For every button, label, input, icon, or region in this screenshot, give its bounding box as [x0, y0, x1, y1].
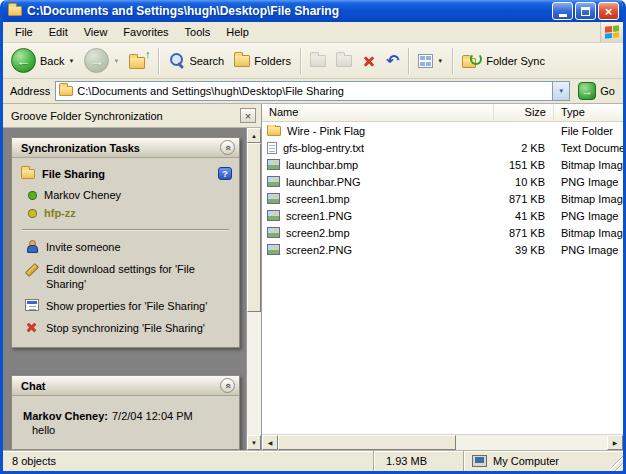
file-name[interactable]: Wire - Pink Flag: [287, 125, 365, 137]
column-header-type[interactable]: Type: [554, 104, 626, 122]
move-to-icon: [310, 55, 326, 67]
task-action-stop[interactable]: Stop synchronizing 'File Sharing': [12, 317, 239, 339]
scrollbar-thumb[interactable]: [247, 143, 261, 312]
folder-sync-label: Folder Sync: [486, 55, 545, 67]
task-action-label: Stop synchronizing 'File Sharing': [46, 321, 231, 335]
file-list-header: Name Size Type: [262, 104, 623, 122]
scroll-left-button[interactable]: ◀: [262, 435, 278, 450]
task-action-label: Show properties for 'File Sharing': [46, 299, 231, 313]
windows-logo-icon: [600, 22, 623, 42]
address-bar: Address C:\Documents and Settings\hugh\D…: [3, 79, 623, 104]
file-type: File Folder: [554, 125, 623, 137]
scroll-down-button[interactable]: ▼: [247, 435, 261, 450]
menu-tools[interactable]: Tools: [177, 22, 219, 42]
up-button[interactable]: ↑: [125, 51, 153, 71]
menu-favorites[interactable]: Favorites: [115, 22, 176, 42]
back-button[interactable]: ← Back ▼: [7, 46, 78, 75]
file-name[interactable]: screen2.bmp: [286, 227, 350, 239]
edit-icon: [25, 262, 39, 275]
file-row[interactable]: gfs-blog-entry.txt2 KBText Document: [262, 139, 623, 156]
windows-logo-grid: [605, 25, 619, 38]
file-name-cell: screen2.PNG: [262, 244, 494, 256]
image-file-icon: [267, 227, 280, 238]
sidebar-scrollbar[interactable]: ▲ ▼: [246, 128, 261, 450]
hscrollbar-thumb[interactable]: [278, 435, 456, 450]
file-name[interactable]: screen1.bmp: [286, 193, 350, 205]
file-size: 871 KB: [494, 227, 554, 239]
file-name[interactable]: launchbar.PNG: [286, 176, 361, 188]
file-row[interactable]: screen2.bmp871 KBBitmap Image: [262, 224, 623, 241]
back-dropdown-icon[interactable]: ▼: [68, 58, 74, 64]
file-row[interactable]: launchbar.PNG10 KBPNG Image: [262, 173, 623, 190]
go-button[interactable]: → Go: [575, 82, 618, 100]
hscrollbar-track[interactable]: [278, 435, 607, 450]
help-button[interactable]: ?: [218, 167, 232, 180]
chat-title: Chat: [21, 380, 45, 392]
sync-tasks-panel: Synchronization Tasks « File Sharing ? M…: [11, 137, 240, 348]
file-type: Bitmap Image: [554, 193, 623, 205]
chat-header[interactable]: Chat «: [12, 376, 239, 396]
sync-tasks-collapse-button[interactable]: «: [220, 140, 235, 155]
member-name: hfp-zz: [44, 207, 76, 219]
menu-edit[interactable]: Edit: [41, 22, 76, 42]
undo-button[interactable]: ↶: [382, 51, 403, 71]
status-zone: My Computer: [463, 451, 623, 471]
file-list-hscrollbar[interactable]: ◀ ▶: [262, 434, 623, 450]
member-row[interactable]: hfp-zz: [12, 204, 239, 222]
folder-sync-icon: [462, 53, 482, 69]
column-header-size[interactable]: Size: [494, 104, 554, 122]
file-row[interactable]: screen2.PNG39 KBPNG Image: [262, 241, 623, 258]
sidebar-close-button[interactable]: ×: [240, 108, 256, 123]
search-button[interactable]: Search: [164, 50, 228, 71]
maximize-button[interactable]: [575, 2, 596, 20]
scroll-right-button[interactable]: ▶: [607, 435, 623, 450]
file-row[interactable]: screen1.bmp871 KBBitmap Image: [262, 190, 623, 207]
scroll-up-button[interactable]: ▲: [247, 128, 261, 143]
undo-icon: ↶: [386, 53, 399, 69]
file-name[interactable]: launchbar.bmp: [286, 159, 358, 171]
file-name[interactable]: screen1.PNG: [286, 210, 352, 222]
sync-tasks-header[interactable]: Synchronization Tasks «: [12, 138, 239, 158]
chat-collapse-button[interactable]: «: [220, 378, 235, 393]
file-name-cell: screen1.PNG: [262, 210, 494, 222]
file-row[interactable]: launchbar.bmp151 KBBitmap Image: [262, 156, 623, 173]
folders-button[interactable]: Folders: [230, 53, 295, 69]
views-dropdown-icon[interactable]: ▼: [437, 58, 443, 64]
menu-view[interactable]: View: [76, 22, 116, 42]
image-file-icon: [267, 193, 280, 204]
resize-grip[interactable]: [609, 451, 623, 471]
file-row[interactable]: Wire - Pink FlagFile Folder: [262, 122, 623, 139]
scrollbar-track[interactable]: [247, 143, 261, 435]
column-header-name[interactable]: Name: [262, 104, 494, 122]
delete-button[interactable]: [358, 52, 380, 70]
views-button[interactable]: ▼: [414, 52, 447, 70]
menu-file[interactable]: File: [7, 22, 41, 42]
task-action-invite[interactable]: Invite someone: [12, 236, 239, 258]
folder-sync-button[interactable]: Folder Sync: [458, 51, 549, 71]
minimize-button[interactable]: [552, 2, 573, 20]
member-row[interactable]: Markov Cheney: [12, 186, 239, 204]
move-to-button: [306, 53, 330, 69]
file-type: PNG Image: [554, 210, 623, 222]
address-path[interactable]: C:\Documents and Settings\hugh\Desktop\F…: [77, 85, 548, 97]
presence-dot-icon: [28, 209, 37, 218]
sidebar-body: Synchronization Tasks « File Sharing ? M…: [3, 128, 261, 450]
menu-bar: FileEditViewFavoritesToolsHelp: [3, 22, 623, 43]
address-combo[interactable]: C:\Documents and Settings\hugh\Desktop\F…: [55, 81, 570, 101]
title-bar[interactable]: C:\Documents and Settings\hugh\Desktop\F…: [3, 0, 623, 22]
forward-button[interactable]: → ▼: [80, 46, 123, 75]
file-name[interactable]: gfs-blog-entry.txt: [283, 142, 364, 154]
address-dropdown-button[interactable]: ▼: [552, 82, 569, 100]
task-action-edit[interactable]: Edit download settings for 'File Sharing…: [12, 258, 239, 295]
file-type: PNG Image: [554, 244, 623, 256]
task-action-properties[interactable]: Show properties for 'File Sharing': [12, 295, 239, 317]
menu-help[interactable]: Help: [218, 22, 257, 42]
close-button[interactable]: ×: [598, 2, 619, 20]
properties-icon: [25, 299, 39, 311]
file-row[interactable]: screen1.PNG41 KBPNG Image: [262, 207, 623, 224]
copy-to-icon: [336, 55, 352, 67]
toolbar-separator: [408, 48, 409, 74]
file-name-cell: gfs-blog-entry.txt: [262, 142, 494, 154]
groove-sidebar: Groove Folder Synchronization × Synchron…: [3, 104, 262, 450]
file-name[interactable]: screen2.PNG: [286, 244, 352, 256]
